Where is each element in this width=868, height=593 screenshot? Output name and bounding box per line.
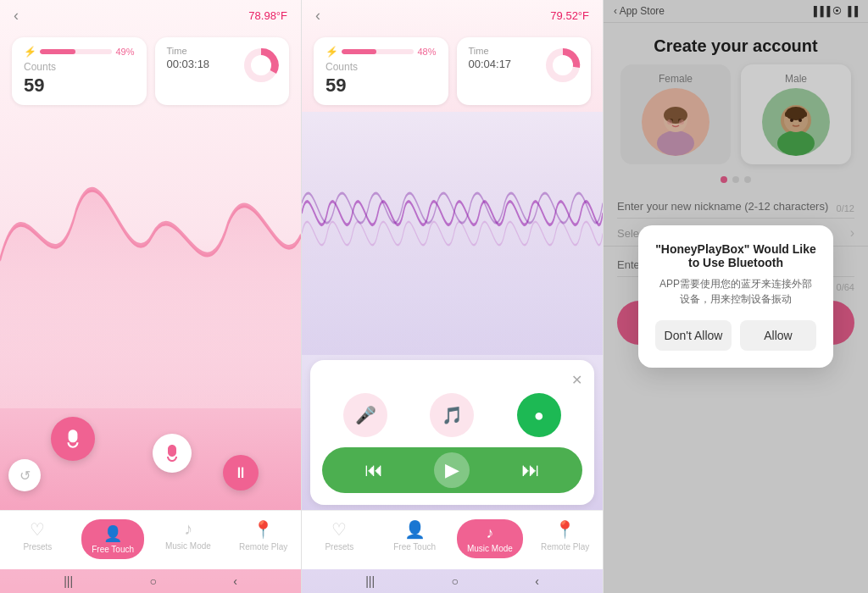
pie-chart-p2 [542, 44, 584, 86]
counts-label-p1: Counts [24, 61, 135, 73]
nav-presets-p2[interactable]: ♡ Presets [302, 518, 377, 553]
counts-label-p2: Counts [326, 61, 437, 73]
control-btn-2[interactable] [153, 434, 192, 473]
counts-value-p2: 59 [326, 75, 437, 97]
back-arrow-p1[interactable]: ‹ [14, 7, 19, 25]
nav-remoteplay-p1[interactable]: 📍 Remote Play [225, 518, 301, 553]
nav-remoteplay-p2[interactable]: 📍 Remote Play [527, 518, 603, 553]
play-pause-btn[interactable]: ▶ [434, 452, 470, 488]
mic-row: 🎤 🎵 ● [322, 393, 582, 437]
next-track-btn[interactable]: ⏭ [521, 459, 540, 481]
svg-point-1 [251, 55, 271, 75]
music-note-icon: 🎵 [442, 405, 463, 425]
panel1-temp: 78.98°F [248, 9, 287, 22]
bluetooth-dialog: "HoneyPlayBox" Would Like to Use Bluetoo… [638, 225, 833, 368]
battery-bar-p1 [40, 49, 112, 54]
panel1-time-card: Time 00:03:18 [155, 37, 290, 105]
presets-label-p1: Presets [23, 542, 52, 551]
spotify-icon: ● [534, 406, 544, 425]
battery-pct-p2: 48% [417, 47, 436, 57]
remoteplay-label-p2: Remote Play [541, 542, 589, 551]
bt-dialog-message: APP需要使用您的蓝牙来连接外部设备，用来控制设备振动 [655, 276, 816, 307]
panel2-time-card: Time 00:04:17 [457, 37, 592, 105]
musicmode-icon-p2: ♪ [486, 524, 493, 542]
panel2-bottom-nav: ♡ Presets 👤 Free Touch ♪ Music Mode 📍 Re… [302, 510, 603, 569]
control-btn-1[interactable] [51, 417, 95, 461]
bt-deny-button[interactable]: Don't Allow [655, 320, 732, 351]
battery-bar-p2 [342, 49, 414, 54]
presets-icon-p2: ♡ [331, 519, 347, 540]
presets-label-p2: Presets [325, 542, 353, 551]
remoteplay-icon-p1: 📍 [253, 519, 274, 540]
sys-menu-p2[interactable]: ||| [365, 574, 375, 588]
freetouch-label-p2: Free Touch [393, 542, 436, 551]
counts-value-p1: 59 [24, 75, 135, 97]
back-arrow-p2[interactable]: ‹ [315, 7, 320, 25]
sys-back-p2[interactable]: ‹ [535, 574, 539, 588]
musicmode-label-p2: Music Mode [467, 544, 513, 553]
panel1-sysbar: ||| ○ ‹ [0, 569, 301, 593]
nav-freetouch-p1[interactable]: 👤 Free Touch [75, 518, 151, 561]
close-music-controls[interactable]: ✕ [322, 372, 582, 388]
music-note-btn[interactable]: 🎵 [430, 393, 474, 437]
sys-home-p1[interactable]: ○ [149, 574, 156, 588]
panel1-topbar: ‹ 78.98°F [0, 0, 301, 30]
panel1-count-card: ⚡ 49% Counts 59 [12, 37, 147, 105]
panel2-waveform [302, 112, 603, 355]
nav-presets-p1[interactable]: ♡ Presets [0, 518, 75, 553]
panel1-bottom-nav: ♡ Presets 👤 Free Touch ♪ Music Mode 📍 Re… [0, 510, 301, 569]
panel-3: ‹ App Store ▐▐▐ ⦿ ▐▐ Create your account… [604, 0, 868, 593]
panel2-stats: ⚡ 48% Counts 59 Time 00:04:17 [302, 30, 603, 112]
play-icon: ▶ [445, 459, 459, 481]
nav-musicmode-p1[interactable]: ♪ Music Mode [151, 518, 226, 552]
refresh-btn-p1[interactable]: ↺ [8, 459, 41, 491]
panel1-float-area: ↺ ⏸ [0, 408, 301, 510]
remoteplay-icon-p2: 📍 [554, 519, 576, 540]
pause-btn-p1[interactable]: ⏸ [223, 455, 259, 490]
bt-dialog-buttons: Don't Allow Allow [655, 320, 816, 351]
freetouch-label-p1: Free Touch [92, 545, 134, 554]
battery-fill-p2 [342, 49, 376, 54]
battery-pct-p1: 49% [115, 47, 134, 57]
spotify-btn[interactable]: ● [517, 393, 561, 437]
musicmode-icon-p1: ♪ [184, 519, 192, 539]
mic-mute-btn[interactable]: 🎤 [343, 393, 387, 437]
battery-fill-p1 [40, 49, 75, 54]
svg-rect-4 [302, 112, 603, 355]
battery-icon-p2: ⚡ [326, 46, 338, 58]
panel2-sysbar: ||| ○ ‹ [302, 569, 603, 593]
mic-mute-icon: 🎤 [355, 405, 376, 425]
sys-home-p2[interactable]: ○ [451, 574, 458, 588]
sys-menu-p1[interactable]: ||| [64, 574, 73, 588]
remoteplay-label-p1: Remote Play [239, 542, 287, 551]
nav-musicmode-p2[interactable]: ♪ Music Mode [453, 518, 528, 560]
panel2-topbar: ‹ 79.52°F [302, 0, 603, 30]
panel1-stats: ⚡ 49% Counts 59 Time 00:03:18 [0, 30, 301, 112]
freetouch-icon-p1: 👤 [103, 524, 122, 543]
freetouch-icon-p2: 👤 [404, 519, 426, 540]
panel2-count-card: ⚡ 48% Counts 59 [314, 37, 448, 105]
playback-controls: ⏮ ▶ ⏭ [322, 447, 582, 493]
presets-icon-p1: ♡ [30, 519, 45, 540]
pie-chart-p1 [240, 44, 282, 86]
panel-2: ‹ 79.52°F ⚡ 48% Counts 59 Time 00:04:17 [302, 0, 604, 593]
music-controls-panel: ✕ 🎤 🎵 ● ⏮ ▶ ⏭ [310, 360, 594, 505]
panel-1: ‹ 78.98°F ⚡ 49% Counts 59 Time 00:03:18 [0, 0, 302, 593]
bluetooth-overlay: "HoneyPlayBox" Would Like to Use Bluetoo… [604, 0, 868, 593]
sys-back-p1[interactable]: ‹ [233, 574, 237, 588]
musicmode-label-p1: Music Mode [165, 541, 211, 551]
panel1-waveform [0, 112, 301, 408]
prev-track-btn[interactable]: ⏮ [364, 459, 383, 481]
panel2-temp: 79.52°F [550, 9, 589, 22]
battery-icon-p1: ⚡ [24, 46, 36, 58]
bt-allow-button[interactable]: Allow [740, 320, 816, 351]
svg-point-3 [553, 55, 573, 75]
bt-dialog-title: "HoneyPlayBox" Would Like to Use Bluetoo… [655, 242, 816, 269]
nav-freetouch-p2[interactable]: 👤 Free Touch [377, 518, 453, 553]
